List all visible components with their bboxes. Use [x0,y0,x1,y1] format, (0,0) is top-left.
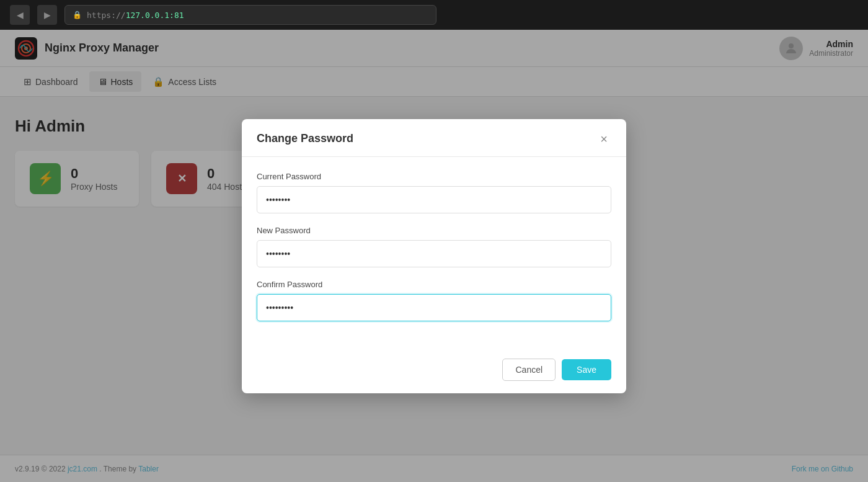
confirm-password-label: Confirm Password [257,280,611,289]
cancel-button[interactable]: Cancel [502,359,556,381]
lock-icon: 🔒 [73,11,82,19]
current-password-input[interactable] [257,186,611,213]
new-password-group: New Password [257,226,611,267]
new-password-label: New Password [257,226,611,235]
current-password-group: Current Password [257,172,611,213]
modal-footer: Cancel Save [242,349,626,393]
url-text: https://127.0.0.1:81 [87,11,184,20]
browser-chrome: ◀ ▶ 🔒 https://127.0.0.1:81 [0,0,868,30]
modal-close-button[interactable]: × [596,132,611,146]
confirm-password-input[interactable] [257,294,611,321]
back-button[interactable]: ◀ [10,5,30,25]
confirm-password-group: Confirm Password [257,280,611,321]
modal-title: Change Password [257,132,353,145]
modal-header: Change Password × [242,119,626,157]
save-button[interactable]: Save [562,359,611,380]
change-password-modal: Change Password × Current Password New P… [242,119,626,393]
modal-body: Current Password New Password Confirm Pa… [242,157,626,349]
new-password-input[interactable] [257,240,611,267]
app-container: Nginx Proxy Manager Admin Administrator … [0,30,868,482]
forward-button[interactable]: ▶ [37,5,57,25]
current-password-label: Current Password [257,172,611,181]
modal-overlay: Change Password × Current Password New P… [0,30,868,482]
url-bar[interactable]: 🔒 https://127.0.0.1:81 [64,5,436,25]
